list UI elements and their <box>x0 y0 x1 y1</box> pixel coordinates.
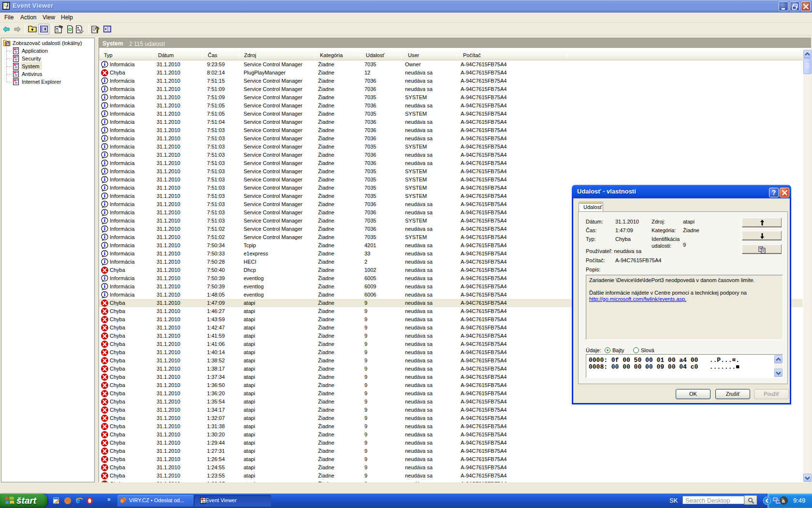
svg-text:?: ? <box>95 26 100 33</box>
svg-text:a: a <box>782 498 785 504</box>
svg-text:?: ? <box>5 5 8 10</box>
